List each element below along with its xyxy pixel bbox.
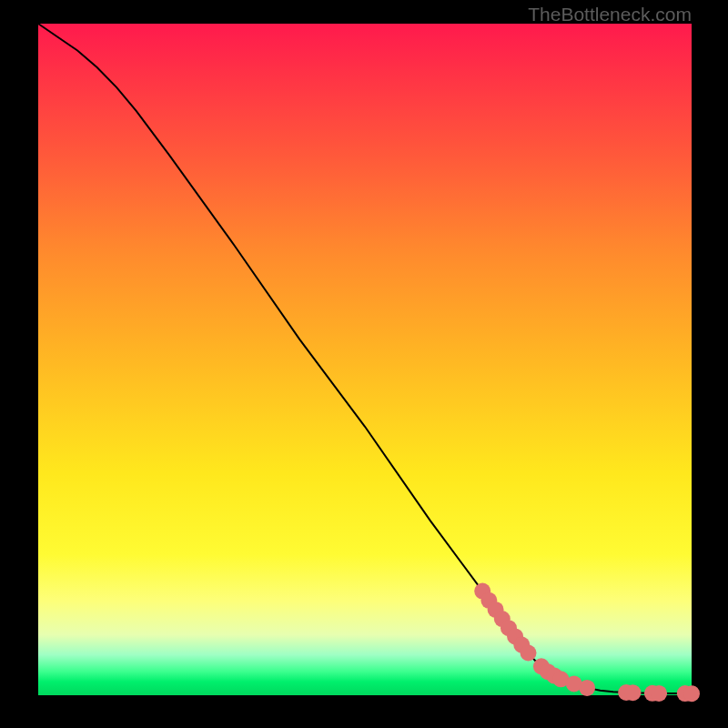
attribution-text: TheBottleneck.com (528, 4, 692, 25)
chart-svg (38, 24, 692, 695)
curve-marker (651, 685, 667, 702)
curve-marker (521, 645, 537, 662)
curve-line (38, 24, 692, 693)
chart-frame: TheBottleneck.com (0, 0, 728, 728)
curve-marker (579, 680, 595, 696)
curve-markers (474, 583, 700, 703)
curve-marker (683, 685, 700, 702)
curve-marker (624, 684, 641, 701)
